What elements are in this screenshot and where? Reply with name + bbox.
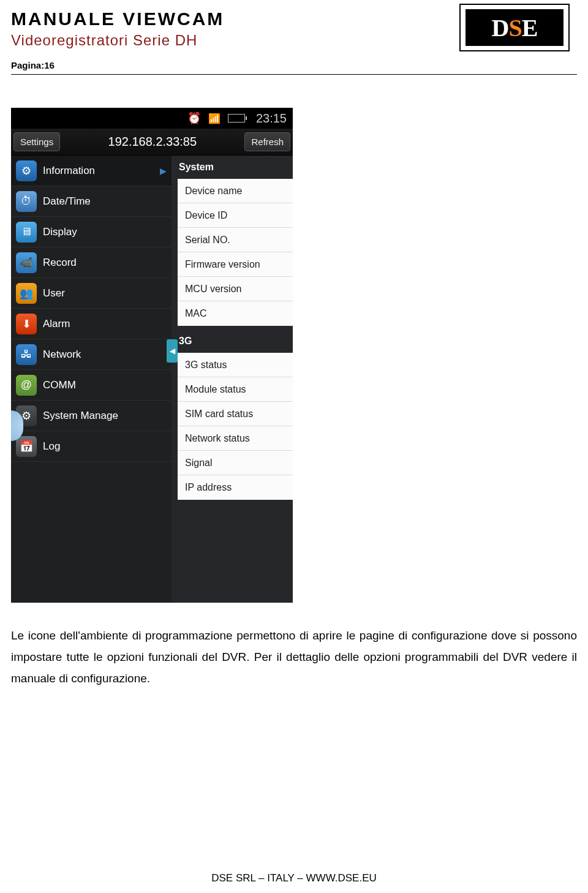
menu-label: User bbox=[43, 287, 65, 300]
wifi-icon: 📶 bbox=[208, 113, 221, 124]
menu-label: COMM bbox=[43, 379, 76, 391]
menu-item-system-manage[interactable]: ⚙System Manage bbox=[11, 401, 172, 431]
user-icon: 👥 bbox=[16, 283, 37, 304]
menu-item-network[interactable]: 🖧Network bbox=[11, 339, 172, 370]
settings-button[interactable]: Settings bbox=[13, 132, 60, 151]
body-paragraph: Le icone dell'ambiente di programmazione… bbox=[11, 625, 577, 689]
menu-item-date-time[interactable]: ⏱Date/Time bbox=[11, 186, 172, 217]
panel-row[interactable]: SIM card status bbox=[178, 402, 293, 426]
panel-row[interactable]: Network status bbox=[178, 426, 293, 451]
3g-list: 3G statusModule statusSIM card statusNet… bbox=[178, 353, 293, 500]
address-title: 192.168.2.33:85 bbox=[108, 135, 197, 149]
battery-icon bbox=[228, 114, 245, 122]
alarm-clock-icon: ⏰ bbox=[187, 111, 201, 125]
panel-row[interactable]: Firmware version bbox=[178, 252, 293, 277]
panel-row[interactable]: Signal bbox=[178, 451, 293, 475]
panel-row[interactable]: Serial NO. bbox=[178, 228, 293, 252]
system-list: Device nameDevice IDSerial NO.Firmware v… bbox=[178, 179, 293, 326]
display-icon: 🖥 bbox=[16, 222, 37, 243]
menu-item-comm[interactable]: @COMM bbox=[11, 370, 172, 401]
chevron-right-icon: ▶ bbox=[160, 166, 167, 176]
log-icon: 📅 bbox=[16, 436, 37, 457]
menu-label: Network bbox=[43, 349, 81, 361]
record-icon: 📹 bbox=[16, 252, 37, 273]
menu-item-information[interactable]: ⚙Information▶ bbox=[11, 156, 172, 186]
panel-collapse-handle[interactable]: ◀ bbox=[167, 339, 178, 363]
comm-icon: @ bbox=[16, 375, 37, 396]
network-icon: 🖧 bbox=[16, 344, 37, 365]
menu-label: Record bbox=[43, 257, 77, 269]
refresh-button[interactable]: Refresh bbox=[244, 132, 290, 151]
alarm-icon: ⬇ bbox=[16, 314, 37, 334]
panel-row[interactable]: 3G status bbox=[178, 353, 293, 377]
menu-label: Information bbox=[43, 165, 95, 177]
panel-header-3g: 3G bbox=[172, 330, 293, 353]
panel-row[interactable]: MCU version bbox=[178, 277, 293, 301]
page-number: Pagina:16 bbox=[11, 60, 577, 70]
status-bar: ⏰ 📶 23:15 bbox=[11, 108, 293, 129]
clock-icon: ⏱ bbox=[16, 191, 37, 212]
menu-label: Date/Time bbox=[43, 195, 91, 208]
menu-item-alarm[interactable]: ⬇Alarm bbox=[11, 309, 172, 339]
page-footer: DSE SRL – ITALY – WWW.DSE.EU bbox=[0, 872, 588, 884]
status-time: 23:15 bbox=[256, 111, 287, 126]
panel-header-system: System bbox=[172, 156, 293, 179]
gear-icon: ⚙ bbox=[16, 160, 37, 181]
menu-label: Alarm bbox=[43, 318, 70, 330]
header-divider bbox=[11, 74, 577, 75]
menu-item-user[interactable]: 👥User bbox=[11, 278, 172, 309]
settings-menu: ⚙Information▶⏱Date/Time🖥Display📹Record👥U… bbox=[11, 156, 172, 603]
menu-item-record[interactable]: 📹Record bbox=[11, 247, 172, 278]
menu-label: System Manage bbox=[43, 410, 118, 422]
menu-item-display[interactable]: 🖥Display bbox=[11, 217, 172, 247]
menu-label: Log bbox=[43, 440, 60, 453]
info-panel: System Device nameDevice IDSerial NO.Fir… bbox=[172, 156, 293, 603]
app-top-bar: Settings 192.168.2.33:85 Refresh bbox=[11, 129, 293, 156]
menu-item-log[interactable]: 📅Log bbox=[11, 431, 172, 462]
panel-row[interactable]: Module status bbox=[178, 377, 293, 402]
panel-row[interactable]: Device ID bbox=[178, 203, 293, 228]
dse-logo: DSE bbox=[459, 4, 570, 51]
phone-screenshot: ⏰ 📶 23:15 Settings 192.168.2.33:85 Refre… bbox=[11, 108, 293, 603]
menu-label: Display bbox=[43, 226, 77, 238]
panel-row[interactable]: Device name bbox=[178, 179, 293, 203]
panel-row[interactable]: MAC bbox=[178, 301, 293, 326]
panel-row[interactable]: IP address bbox=[178, 475, 293, 500]
